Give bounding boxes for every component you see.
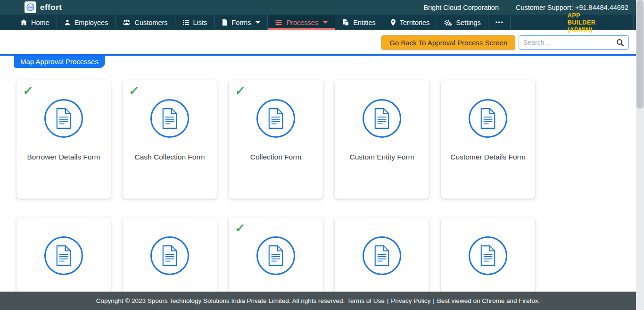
form-circle [256,99,295,138]
nav-label: Lists [193,19,207,26]
check-icon: ✓ [234,221,246,235]
nav-label: Customers [134,19,167,26]
nav-item-settings[interactable]: Settings [437,15,487,30]
card-title: Cash Collection Form [132,153,207,161]
check-icon: ✓ [22,84,33,98]
nav-label: Employees [74,19,108,26]
process-card[interactable]: ✓ Borrower Details Form [17,80,111,199]
employees-icon [64,19,71,26]
home-icon [20,19,27,26]
process-card[interactable]: ✓ Cash Collection Form [123,80,217,199]
action-toolbar: Go Back To Approval Process Screen [0,35,629,50]
document-icon [55,245,73,267]
form-circle [363,236,401,275]
nav-item-home[interactable]: Home [13,15,57,30]
nav-label: Territories [400,19,430,26]
card-title: Borrower Details Form [24,153,103,161]
processes-icon [275,19,282,26]
nav-item-forms[interactable]: Forms [214,15,267,30]
search-input[interactable] [523,39,616,46]
form-circle [44,99,83,138]
nav-label: Settings [456,19,480,26]
page-title: Map Approval Processes [14,56,105,68]
more-icon: ••• [495,19,504,26]
document-icon [373,108,391,129]
document-icon [479,108,497,129]
brand-name[interactable]: effort [40,3,62,12]
settings-icon [444,19,452,26]
document-icon [479,245,497,267]
check-icon: ✓ [128,84,140,98]
app-builder-role-label: APP BUILDER (ADMIN) [510,15,633,30]
nav-label: Forms [231,19,251,26]
terms-of-use-link[interactable]: Terms of Use [347,297,385,304]
nav-item-lists[interactable]: Lists [175,15,215,30]
document-icon [267,108,285,129]
company-name: Bright Cloud Corporation [423,4,499,11]
nav-label: Processes [286,19,318,26]
footer: Copyright © 2023 Spoors Technology Solut… [0,292,636,310]
chevron-down-icon [256,21,260,24]
nav-label: Entities [353,19,376,26]
nav-label: Home [31,19,50,26]
customers-icon [123,19,131,26]
search-box [519,35,629,50]
document-icon [161,245,179,267]
best-viewed-text: Best viewed on Chrome and Firefox. [437,297,540,304]
entities-icon [342,19,349,26]
document-icon [55,108,73,129]
card-title: Custom Entity Form [347,153,417,161]
form-circle [469,236,507,275]
process-card[interactable]: ✓ Customer Details Form [441,80,535,199]
form-circle [363,99,401,138]
form-circle [44,236,83,275]
customer-support: Customer Support: +91.84484.44692 [516,4,628,11]
scrollbar-thumb[interactable] [636,0,644,109]
card-title: Customer Details Form [447,153,528,161]
territories-icon [390,19,396,26]
process-card[interactable]: ✓ Collection Form [229,80,323,199]
nav-item-customers[interactable]: Customers [115,15,174,30]
form-circle [150,236,189,275]
check-icon: ✓ [234,84,246,98]
copyright-text: Copyright © 2023 Spoors Technology Solut… [96,297,345,304]
go-back-approval-button[interactable]: Go Back To Approval Process Screen [381,35,515,50]
process-card[interactable]: ✓ Custom Entity Form [335,80,429,199]
document-icon [161,108,179,129]
top-bar: effort Bright Cloud Corporation Customer… [0,0,644,15]
main-navigation: Home Employees Customers Lists Forms Pro… [0,15,644,30]
nav-item-processes[interactable]: Processes [267,15,335,30]
form-circle [150,99,189,138]
nav-item-territories[interactable]: Territories [383,15,437,30]
vertical-scrollbar[interactable] [636,0,644,310]
form-circle [469,99,507,138]
nav-item-employees[interactable]: Employees [57,15,116,30]
document-icon [373,245,391,267]
search-icon[interactable] [616,39,624,47]
footer-divider: | [433,297,435,304]
effort-logo-icon[interactable] [25,1,36,13]
footer-divider: | [387,297,389,304]
logo-globe-icon [26,3,35,12]
forms-icon [222,19,228,26]
privacy-policy-link[interactable]: Privacy Policy [391,297,430,304]
nav-item-more[interactable]: ••• [488,15,511,30]
card-title: Collection Form [248,153,305,161]
form-circle [256,236,295,275]
nav-item-entities[interactable]: Entities [335,15,383,30]
document-icon [267,245,285,267]
chevron-down-icon [323,21,328,24]
approval-process-card-grid: ✓ Borrower Details Form ✓ Cash Collectio… [0,68,537,310]
lists-icon [182,19,190,26]
